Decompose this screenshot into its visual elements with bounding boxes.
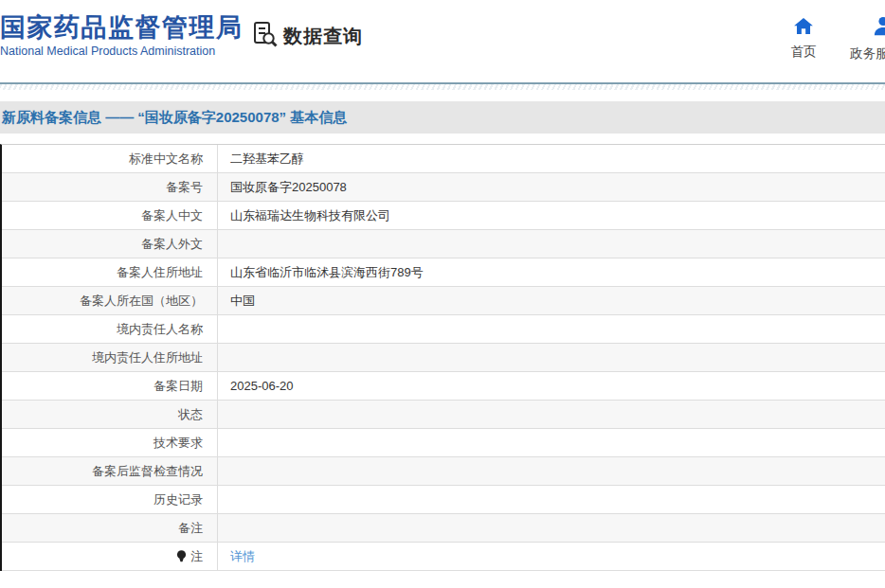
row-label-text: 备案人外文 bbox=[141, 236, 203, 253]
table-row: 备案人所在国（地区） 中国 bbox=[2, 287, 885, 315]
row-value bbox=[218, 457, 885, 485]
table-row: 备案日期 2025-06-20 bbox=[2, 372, 885, 401]
row-value: 国妆原备字20250078 bbox=[218, 173, 885, 201]
data-query-section[interactable]: 数据查询 bbox=[250, 20, 363, 52]
row-label: 备案人住所地址 bbox=[2, 258, 218, 286]
site-header: 国家药品监督管理局 National Medical Products Admi… bbox=[0, 0, 885, 82]
row-value bbox=[218, 486, 885, 513]
row-label-text: 备案人所在国（地区） bbox=[80, 293, 203, 310]
row-label-text: 历史记录 bbox=[154, 491, 203, 508]
table-row: 备案人外文 bbox=[2, 230, 885, 258]
page-title: 新原料备案信息 —— “国妆原备字20250078” 基本信息 bbox=[0, 109, 347, 127]
note-bulb-icon bbox=[176, 550, 187, 562]
row-value: 二羟基苯乙醇 bbox=[218, 145, 885, 172]
row-value: 2025-06-20 bbox=[218, 372, 885, 400]
logo-title-en: National Medical Products Administration bbox=[0, 45, 244, 58]
row-label: 境内责任人名称 bbox=[2, 315, 218, 343]
logo-title-cn: 国家药品监督管理局 bbox=[0, 12, 244, 43]
document-search-icon bbox=[250, 20, 279, 52]
nav-government-services[interactable]: 政务服务 bbox=[850, 16, 885, 62]
row-label: 状态 bbox=[2, 401, 218, 428]
header-divider-hatch bbox=[0, 84, 885, 90]
page: 国家药品监督管理局 National Medical Products Admi… bbox=[0, 0, 885, 588]
row-label-text: 注 bbox=[190, 548, 203, 565]
row-label-text: 境内责任人名称 bbox=[117, 321, 203, 338]
row-label-text: 技术要求 bbox=[154, 435, 203, 452]
row-value: 山东福瑞达生物科技有限公司 bbox=[218, 202, 885, 229]
nav-home-label: 首页 bbox=[791, 44, 817, 61]
row-label-text: 备案号 bbox=[166, 179, 203, 196]
row-value: 中国 bbox=[218, 287, 885, 314]
nav-home[interactable]: 首页 bbox=[786, 18, 821, 61]
row-label-text: 标准中文名称 bbox=[129, 151, 203, 168]
table-row: 状态 bbox=[2, 401, 885, 429]
row-label-text: 状态 bbox=[178, 406, 203, 423]
row-label-text: 备案日期 bbox=[154, 378, 203, 395]
row-label-text: 备案人住所地址 bbox=[117, 264, 203, 281]
table-row: 备案号 国妆原备字20250078 bbox=[2, 173, 885, 202]
row-label-text: 境内责任人住所地址 bbox=[92, 349, 203, 366]
table-row: 境内责任人住所地址 bbox=[2, 344, 885, 372]
nmpa-logo[interactable]: 国家药品监督管理局 National Medical Products Admi… bbox=[0, 12, 244, 58]
section-title-bar: 新原料备案信息 —— “国妆原备字20250078” 基本信息 bbox=[0, 101, 885, 134]
row-label: 注 bbox=[2, 543, 218, 570]
detail-link[interactable]: 详情 bbox=[230, 548, 255, 565]
row-label: 备案后监督检查情况 bbox=[2, 457, 218, 485]
row-label: 备案人外文 bbox=[2, 230, 218, 258]
row-value bbox=[218, 230, 885, 258]
table-row: 标准中文名称 二羟基苯乙醇 bbox=[2, 145, 885, 173]
table-row: 备案后监督检查情况 bbox=[2, 457, 885, 486]
table-row: 备案人中文 山东福瑞达生物科技有限公司 bbox=[2, 202, 885, 230]
table-row: 注 详情 bbox=[2, 543, 885, 571]
row-value: 山东省临沂市临沭县滨海西街789号 bbox=[218, 258, 885, 286]
row-label: 备案人中文 bbox=[2, 202, 218, 229]
table-row: 境内责任人名称 bbox=[2, 315, 885, 344]
row-value bbox=[218, 514, 885, 542]
row-label-text: 备案后监督检查情况 bbox=[92, 463, 203, 480]
row-value: 详情 bbox=[218, 543, 885, 570]
row-label: 备案人所在国（地区） bbox=[2, 287, 218, 314]
row-label-text: 备案人中文 bbox=[141, 207, 203, 224]
row-value bbox=[218, 429, 885, 456]
data-query-label: 数据查询 bbox=[283, 24, 363, 49]
row-label: 标准中文名称 bbox=[2, 145, 218, 172]
row-label: 备案号 bbox=[2, 173, 218, 201]
row-value bbox=[218, 344, 885, 371]
nav-gov-label: 政务服务 bbox=[850, 45, 885, 62]
row-label: 备案日期 bbox=[2, 372, 218, 400]
row-label: 历史记录 bbox=[2, 486, 218, 513]
home-icon bbox=[794, 18, 813, 39]
table-row: 技术要求 bbox=[2, 429, 885, 457]
row-label-text: 备注 bbox=[178, 520, 203, 537]
person-icon bbox=[873, 16, 885, 41]
row-value bbox=[218, 401, 885, 428]
row-value bbox=[218, 315, 885, 343]
table-row: 备案人住所地址 山东省临沂市临沭县滨海西街789号 bbox=[2, 258, 885, 287]
table-row: 备注 bbox=[2, 514, 885, 543]
row-label: 技术要求 bbox=[2, 429, 218, 456]
row-label: 境内责任人住所地址 bbox=[2, 344, 218, 371]
row-label: 备注 bbox=[2, 514, 218, 542]
table-row: 历史记录 bbox=[2, 486, 885, 514]
info-table: 标准中文名称 二羟基苯乙醇 备案号 国妆原备字20250078 备案人中文 山东… bbox=[0, 144, 885, 571]
